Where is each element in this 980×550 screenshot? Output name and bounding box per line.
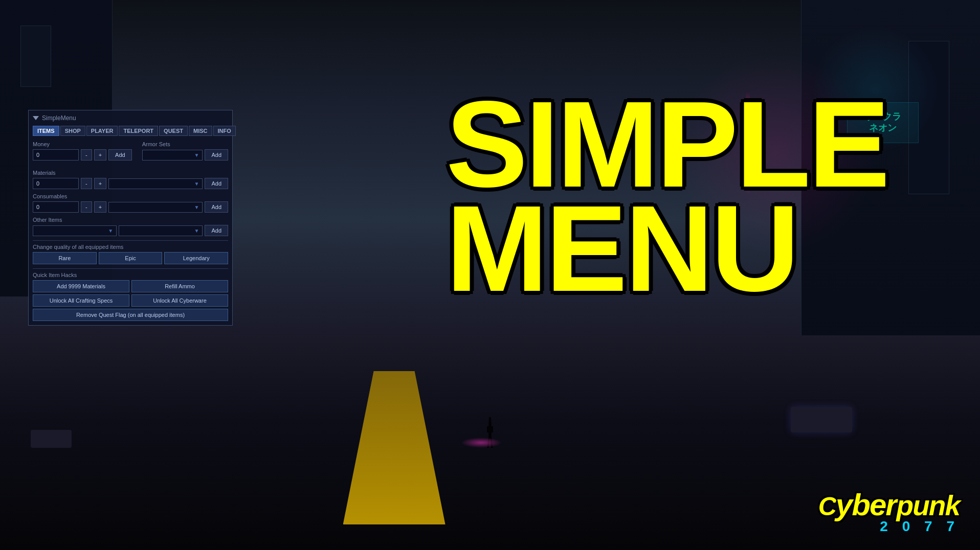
- divider-1: [33, 240, 228, 241]
- materials-plus-button[interactable]: +: [94, 178, 106, 189]
- tabs-row: ITEMS SHOP PLAYER TELEPORT QUEST MISC IN…: [33, 126, 228, 136]
- quality-legendary-button[interactable]: Legendary: [164, 252, 228, 264]
- collapse-icon[interactable]: [33, 116, 39, 120]
- money-minus-button[interactable]: -: [81, 149, 92, 161]
- tab-player[interactable]: PLAYER: [86, 126, 118, 136]
- tab-quest[interactable]: QUEST: [159, 126, 188, 136]
- materials-minus-button[interactable]: -: [81, 178, 92, 189]
- armor-add-button[interactable]: Add: [205, 149, 228, 161]
- money-input-row: - + Add: [33, 149, 132, 161]
- add-materials-button[interactable]: Add 9999 Materials: [33, 280, 129, 292]
- materials-input[interactable]: [33, 178, 79, 189]
- consumables-dropdown-arrow: ▼: [194, 204, 199, 210]
- other-items-label: Other Items: [33, 217, 228, 223]
- divider-2: [33, 268, 228, 269]
- consumables-dropdown[interactable]: ▼: [108, 202, 203, 213]
- tab-teleport[interactable]: TELEPORT: [119, 126, 158, 136]
- quality-epic-button[interactable]: Epic: [99, 252, 163, 264]
- remove-quest-flag-button[interactable]: Remove Quest Flag (on all equipped items…: [33, 309, 228, 321]
- materials-add-button[interactable]: Add: [205, 178, 228, 189]
- materials-dropdown[interactable]: ▼: [108, 178, 203, 189]
- money-add-button[interactable]: Add: [108, 149, 132, 161]
- money-armor-row: Money - + Add Armor Sets ▼ Add: [33, 141, 228, 165]
- cyberpunk-logo: Cyberpunk 2 0 7 7: [818, 482, 960, 535]
- tab-shop[interactable]: SHOP: [60, 126, 85, 136]
- materials-input-row: - + ▼ Add: [33, 178, 228, 189]
- quick-hacks-label: Quick Item Hacks: [33, 272, 228, 278]
- tab-misc[interactable]: MISC: [189, 126, 212, 136]
- other-items-dropdown2[interactable]: ▼: [119, 225, 203, 236]
- money-col: Money - + Add: [33, 141, 132, 165]
- other-items-dropdown1[interactable]: ▼: [33, 225, 117, 236]
- consumables-input-row: - + ▼ Add: [33, 201, 228, 213]
- unlock-crafting-button[interactable]: Unlock All Crafting Specs: [33, 294, 129, 307]
- unlock-cyberware-button[interactable]: Unlock All Cyberware: [131, 294, 228, 307]
- consumables-add-button[interactable]: Add: [205, 201, 228, 213]
- consumables-input[interactable]: [33, 201, 79, 213]
- armor-col: Armor Sets ▼ Add: [142, 141, 228, 165]
- consumables-minus-button[interactable]: -: [81, 201, 92, 213]
- armor-input-row: ▼ Add: [142, 149, 228, 161]
- tab-info[interactable]: INFO: [213, 126, 236, 136]
- armor-sets-label: Armor Sets: [142, 141, 228, 147]
- panel-title: SimpleMenu: [42, 114, 76, 122]
- consumables-label: Consumables: [33, 193, 228, 199]
- money-plus-button[interactable]: +: [94, 149, 106, 161]
- other-items-dropdown1-arrow: ▼: [108, 228, 113, 234]
- armor-sets-dropdown[interactable]: ▼: [142, 150, 203, 161]
- money-input[interactable]: [33, 149, 79, 161]
- other-items-input-row: ▼ ▼ Add: [33, 225, 228, 236]
- refill-ammo-button[interactable]: Refill Ammo: [131, 280, 228, 292]
- money-label: Money: [33, 141, 132, 147]
- quick-hacks-grid: Add 9999 Materials Refill Ammo Unlock Al…: [33, 280, 228, 307]
- quality-rare-button[interactable]: Rare: [33, 252, 97, 264]
- quality-label: Change quality of all equipped items: [33, 244, 228, 250]
- other-items-dropdown2-arrow: ▼: [194, 228, 199, 234]
- armor-dropdown-arrow: ▼: [194, 152, 199, 158]
- consumables-plus-button[interactable]: +: [94, 201, 106, 213]
- tab-items[interactable]: ITEMS: [33, 126, 59, 136]
- logo-text: Cyberpunk: [818, 482, 960, 523]
- materials-dropdown-arrow: ▼: [194, 181, 199, 187]
- simple-menu-panel: SimpleMenu ITEMS SHOP PLAYER TELEPORT QU…: [28, 110, 233, 326]
- panel-title-bar: SimpleMenu: [33, 114, 228, 122]
- materials-label: Materials: [33, 170, 228, 176]
- other-items-add-button[interactable]: Add: [205, 225, 228, 236]
- quality-row: Rare Epic Legendary: [33, 252, 228, 264]
